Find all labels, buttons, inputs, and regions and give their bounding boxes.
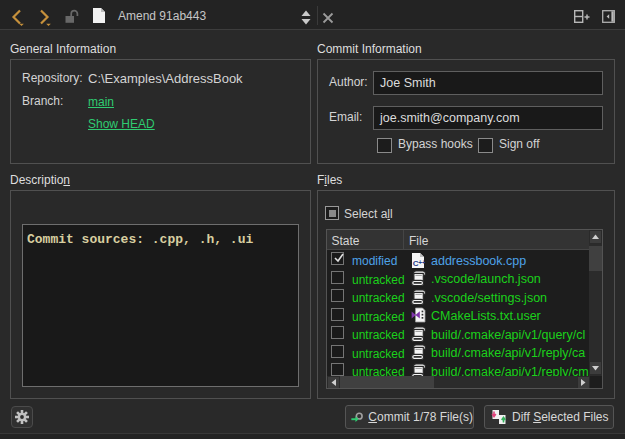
svg-text:++: ++ bbox=[418, 258, 425, 265]
